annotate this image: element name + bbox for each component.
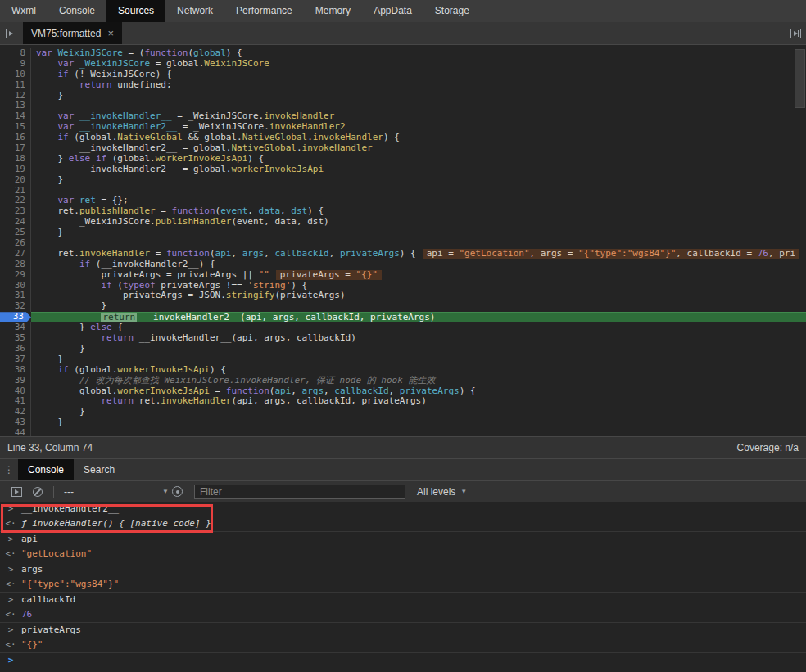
code-line-40: 40 global.workerInvokeJsApi = function(a… <box>0 386 806 397</box>
line-number[interactable]: 33 <box>0 312 31 322</box>
console-result-row: <·"getLocation" <box>0 547 806 562</box>
line-number[interactable]: 35 <box>0 333 31 344</box>
close-icon[interactable]: × <box>107 28 114 38</box>
coverage-label: Coverage: n/a <box>737 442 799 453</box>
tab-sources[interactable]: Sources <box>106 0 165 22</box>
console-result: 76 <box>21 609 32 620</box>
code-line-32: 32 } <box>0 301 806 312</box>
code-line-41: 41 return ret.invokeHandler(api, args, c… <box>0 396 806 407</box>
input-chevron-icon: > <box>0 503 21 515</box>
line-number[interactable]: 32 <box>0 301 31 312</box>
live-expression-icon[interactable] <box>172 486 183 497</box>
log-levels-dropdown[interactable]: All levels ▼ <box>417 486 467 498</box>
console-result-row: <·"{"type":"wgs84"}" <box>0 577 806 592</box>
devtools-window: WxmlConsoleSourcesNetworkPerformanceMemo… <box>0 0 806 672</box>
line-number[interactable]: 17 <box>0 143 31 154</box>
code-line-9: 9 var _WeixinJSCore = global.WeixinJSCor… <box>0 59 806 70</box>
editor-scrollbar-thumb[interactable] <box>795 49 805 108</box>
line-number[interactable]: 26 <box>0 238 31 249</box>
clear-console-icon[interactable] <box>27 487 48 497</box>
code-text: var __invokeHandler2__ = _WeixinJSCore.i… <box>31 122 806 133</box>
code-line-18: 18 } else if (global.workerInvokeJsApi) … <box>0 154 806 165</box>
panel-toggle-right-icon <box>790 29 801 38</box>
line-number[interactable]: 18 <box>0 154 31 165</box>
code-line-26: 26 <box>0 238 806 249</box>
code-text: // 改为每次都查找 WeixinJSCore.invokeHandler, 保… <box>31 376 806 386</box>
line-number[interactable]: 29 <box>0 270 31 281</box>
line-number[interactable]: 19 <box>0 165 31 175</box>
code-line-33: 33 return __invokeHandler2__(api, args, … <box>0 312 806 322</box>
code-line-11: 11 return undefined; <box>0 80 806 91</box>
console-result-row: <·76 <box>0 607 806 622</box>
show-navigator-sidebar-icon[interactable] <box>0 22 21 44</box>
line-number[interactable]: 36 <box>0 344 31 354</box>
tab-storage[interactable]: Storage <box>423 0 481 22</box>
tab-memory[interactable]: Memory <box>304 0 362 22</box>
code-line-44: 44 <box>0 428 806 436</box>
line-number[interactable]: 44 <box>0 428 31 436</box>
editor-status-bar: Line 33, Column 74 Coverage: n/a <box>0 436 806 458</box>
line-number[interactable]: 39 <box>0 376 31 386</box>
code-text: } <box>31 228 806 238</box>
code-line-8: 8var WeixinJSCore = (function(global) { <box>0 48 806 59</box>
console-input-row: >callbackId <box>0 592 806 607</box>
console-sidebar-icon[interactable] <box>6 487 27 497</box>
code-line-12: 12 } <box>0 91 806 101</box>
result-arrow-icon: <· <box>0 579 21 590</box>
code-line-37: 37 } <box>0 354 806 365</box>
tab-console[interactable]: Console <box>48 0 106 22</box>
code-text: var WeixinJSCore = (function(global) { <box>31 48 806 59</box>
code-text <box>31 238 806 249</box>
code-text: } else { <box>31 322 806 333</box>
tab-wxml[interactable]: Wxml <box>0 0 48 22</box>
tab-performance[interactable]: Performance <box>224 0 304 22</box>
console-result-row: <·ƒ invokeHandler() { [native code] } <box>0 516 806 531</box>
console-prompt[interactable]: > <box>0 652 806 668</box>
code-text: privateArgs = privateArgs || ""privateAr… <box>31 270 806 281</box>
source-file-tab-bar: VM75:formatted × <box>0 22 806 45</box>
code-line-23: 23 ret.publishHandler = function(event, … <box>0 206 806 217</box>
line-number[interactable]: 8 <box>0 48 31 59</box>
line-number[interactable]: 10 <box>0 70 31 80</box>
file-tab-vm75-formatted[interactable]: VM75:formatted × <box>23 22 122 44</box>
code-line-34: 34 } else { <box>0 322 806 333</box>
code-line-42: 42 } <box>0 407 806 417</box>
code-text: privateArgs = JSON.stringify(privateArgs… <box>31 291 806 301</box>
code-text: } <box>31 417 806 428</box>
code-line-21: 21 <box>0 186 806 196</box>
drawer-tab-console[interactable]: Console <box>18 459 74 480</box>
line-number[interactable]: 37 <box>0 354 31 365</box>
panel-toggle-icon <box>6 29 16 38</box>
line-number[interactable]: 20 <box>0 175 31 186</box>
code-text: } else if (global.workerInvokeJsApi) { <box>31 154 806 165</box>
line-number[interactable]: 27 <box>0 249 31 259</box>
levels-label: All levels <box>417 486 455 498</box>
tab-network[interactable]: Network <box>165 0 224 22</box>
drawer-menu-icon[interactable]: ⋮ <box>0 459 18 480</box>
execution-context-selector[interactable]: --- ▼ <box>64 486 169 498</box>
code-text: } <box>31 407 806 417</box>
code-line-10: 10 if (!_WeixinJSCore) { <box>0 70 806 80</box>
file-tab-label: VM75:formatted <box>31 28 101 39</box>
code-line-28: 28 if (__invokeHandler2__) { <box>0 259 806 270</box>
code-editor[interactable]: 8var WeixinJSCore = (function(global) {9… <box>0 45 806 436</box>
code-line-30: 30 if (typeof privateArgs !== 'string') … <box>0 281 806 291</box>
show-debugger-sidebar-icon[interactable] <box>785 22 806 44</box>
code-line-14: 14 var __invokeHandler__ = _WeixinJSCore… <box>0 111 806 122</box>
code-text: } <box>31 354 806 365</box>
prompt-chevron-icon: > <box>0 655 21 666</box>
filter-input[interactable] <box>194 485 405 499</box>
code-text: __invokeHandler2__ = global.workerInvoke… <box>31 165 806 175</box>
console-input-row: >privateArgs <box>0 622 806 638</box>
inline-eval-badge: privateArgs = "{}" <box>276 270 382 280</box>
tab-appdata[interactable]: AppData <box>362 0 423 22</box>
code-line-25: 25 } <box>0 228 806 238</box>
line-number[interactable]: 28 <box>0 259 31 270</box>
code-line-15: 15 var __invokeHandler2__ = _WeixinJSCor… <box>0 122 806 133</box>
line-number[interactable]: 11 <box>0 80 31 91</box>
line-number[interactable]: 9 <box>0 59 31 70</box>
drawer-tab-search[interactable]: Search <box>74 459 125 480</box>
line-number[interactable]: 38 <box>0 365 31 376</box>
console-command: api <box>21 534 38 545</box>
chevron-down-icon: ▼ <box>162 488 169 495</box>
